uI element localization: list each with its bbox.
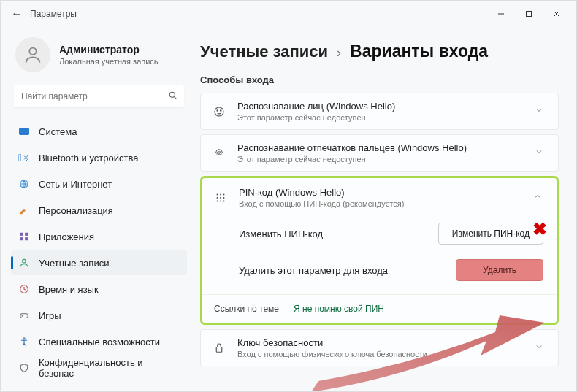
option-security-key[interactable]: Ключ безопасности Вход с помощью физичес… bbox=[200, 329, 559, 366]
svg-point-27 bbox=[223, 200, 225, 201]
nav-gaming[interactable]: Игры bbox=[11, 303, 187, 328]
svg-rect-9 bbox=[25, 233, 28, 236]
chevron-down-icon bbox=[535, 106, 548, 117]
pin-keypad-icon bbox=[213, 191, 229, 204]
option-pin: PIN-код (Windows Hello) Вход с помощью П… bbox=[200, 176, 559, 325]
nav-accounts[interactable]: Учетные записи bbox=[11, 250, 187, 275]
svg-point-4 bbox=[29, 48, 36, 55]
svg-point-18 bbox=[221, 109, 222, 111]
svg-point-24 bbox=[223, 197, 225, 199]
breadcrumb: Учетные записи › Варианты входа bbox=[200, 42, 559, 61]
svg-point-12 bbox=[23, 259, 26, 263]
svg-point-22 bbox=[217, 197, 218, 199]
annotation-x-icon: ✖ bbox=[532, 219, 547, 239]
page-title: Варианты входа bbox=[350, 42, 488, 61]
minimize-button[interactable] bbox=[487, 4, 515, 24]
related-links-label: Ссылки по теме bbox=[214, 304, 279, 314]
security-key-icon bbox=[211, 342, 227, 355]
search-icon bbox=[168, 91, 178, 103]
bluetooth-icon:  bbox=[18, 152, 30, 164]
time-icon bbox=[18, 283, 30, 295]
face-icon bbox=[211, 105, 227, 118]
chevron-down-icon bbox=[535, 342, 548, 353]
privacy-icon bbox=[18, 362, 30, 374]
svg-point-16 bbox=[215, 107, 223, 116]
forgot-pin-link[interactable]: Я не помню свой ПИН bbox=[294, 304, 384, 314]
close-button[interactable] bbox=[543, 4, 570, 24]
maximize-button[interactable] bbox=[515, 4, 543, 24]
remove-pin-label: Удалить этот параметр для входа bbox=[239, 265, 456, 276]
svg-point-17 bbox=[217, 109, 218, 111]
svg-point-26 bbox=[220, 200, 221, 201]
svg-point-19 bbox=[217, 193, 218, 195]
breadcrumb-parent[interactable]: Учетные записи bbox=[200, 42, 328, 61]
nav-time-language[interactable]: Время и язык bbox=[11, 277, 187, 301]
nav-network[interactable]: Сеть и Интернет bbox=[11, 172, 187, 196]
nav-privacy[interactable]: Конфиденциальность и безопас bbox=[11, 356, 187, 380]
nav-personalization[interactable]: Персонализация bbox=[11, 198, 187, 223]
personalization-icon bbox=[18, 204, 30, 216]
search-input[interactable] bbox=[14, 85, 184, 107]
apps-icon bbox=[18, 231, 30, 242]
nav-bluetooth[interactable]: Bluetooth и устройства bbox=[11, 145, 187, 170]
user-account-type: Локальная учетная запись bbox=[59, 57, 158, 66]
svg-point-15 bbox=[23, 338, 25, 339]
svg-point-5 bbox=[169, 92, 175, 97]
svg-rect-10 bbox=[20, 237, 23, 240]
avatar bbox=[15, 37, 50, 72]
window-title: Параметры bbox=[30, 9, 77, 19]
nav-system[interactable]: Система bbox=[11, 119, 187, 144]
chevron-up-icon bbox=[533, 192, 546, 203]
nav-apps[interactable]: Приложения bbox=[11, 224, 187, 249]
svg-rect-28 bbox=[216, 347, 222, 352]
fingerprint-icon bbox=[211, 147, 227, 160]
remove-pin-button[interactable]: Удалить bbox=[456, 259, 543, 281]
svg-rect-11 bbox=[25, 237, 28, 240]
svg-point-21 bbox=[223, 193, 225, 195]
change-pin-label: Изменить ПИН-код bbox=[239, 228, 438, 239]
option-pin-header[interactable]: PIN-код (Windows Hello) Вход с помощью П… bbox=[202, 178, 557, 215]
svg-point-25 bbox=[217, 200, 218, 201]
svg-point-23 bbox=[220, 197, 221, 199]
svg-line-6 bbox=[175, 97, 177, 99]
network-icon bbox=[18, 178, 30, 190]
back-button[interactable]: ← bbox=[7, 7, 27, 20]
svg-rect-14 bbox=[20, 314, 28, 318]
nav-accessibility[interactable]: Специальные возможности bbox=[11, 329, 187, 354]
section-heading: Способы входа bbox=[200, 74, 559, 85]
svg-rect-8 bbox=[20, 233, 23, 236]
accounts-icon bbox=[18, 257, 30, 269]
accessibility-icon bbox=[18, 336, 30, 347]
svg-point-20 bbox=[220, 193, 221, 195]
change-pin-button[interactable]: Изменить ПИН-код ✖ bbox=[438, 223, 543, 245]
chevron-down-icon bbox=[535, 147, 548, 158]
option-fingerprint[interactable]: Распознавание отпечатков пальцев (Window… bbox=[200, 134, 559, 172]
user-name: Администратор bbox=[59, 44, 158, 55]
svg-rect-1 bbox=[527, 12, 532, 17]
chevron-right-icon: › bbox=[337, 45, 341, 61]
option-face-recognition[interactable]: Распознавание лиц (Windows Hello) Этот п… bbox=[200, 93, 559, 130]
gaming-icon bbox=[18, 310, 30, 321]
system-icon bbox=[18, 126, 30, 137]
